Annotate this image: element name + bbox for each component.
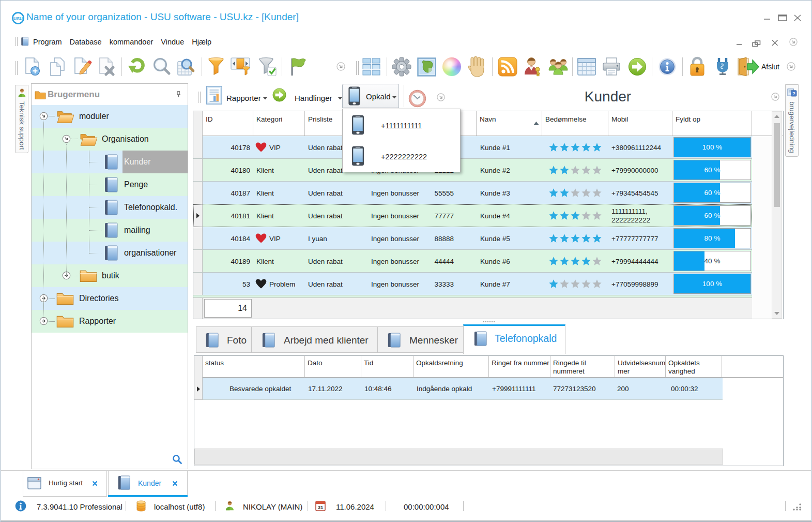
svg-text:?: ? [792, 91, 795, 96]
svg-text:31: 31 [318, 504, 324, 510]
svg-text:USU: USU [13, 16, 23, 21]
